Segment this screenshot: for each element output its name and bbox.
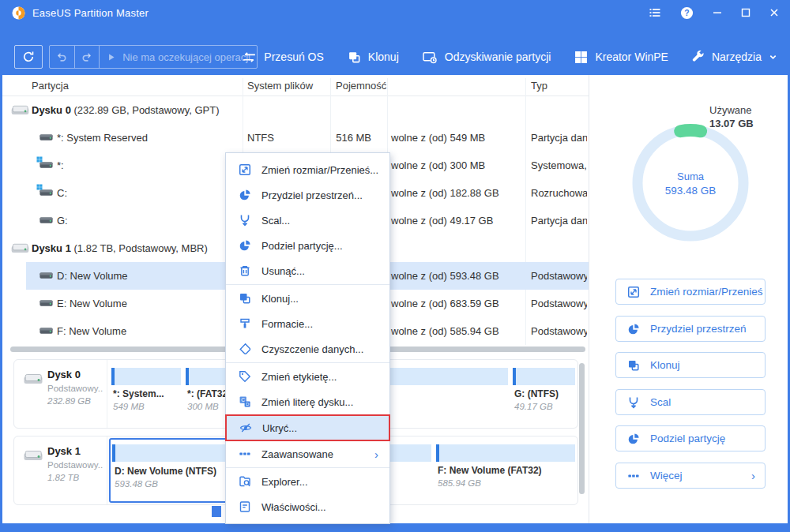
disk-info[interactable]: Dysk 0 Podstawowy.. 232.89 GB [14,360,107,428]
explorer-icon [239,475,251,488]
partition-icon [40,215,53,225]
total-space-label: Suma 593.48 GB [643,170,738,198]
format-icon [239,317,251,330]
redo-button[interactable] [74,46,99,68]
column-filesystem: System plików [247,75,313,96]
resize-move-button[interactable]: Zmień rozmiar/Przenieś [615,279,766,305]
menu-item-przydziel-przestrzen[interactable]: Przydziel przestrzeń... [226,182,389,208]
menu-item-formacie[interactable]: Formacie... [226,311,389,336]
clone-icon [627,359,640,372]
vertical-scrollbar[interactable] [579,363,585,494]
tools-icon [692,51,705,63]
column-capacity: Pojemność [336,75,386,96]
content-area: Partycja System plików Pojemność Typ Dys… [2,75,788,523]
move-os-button[interactable]: Przesuń OS [242,51,323,63]
hide-eye-icon [239,421,252,434]
context-menu: Zmień rozmiar/Przenieś... Przydziel prze… [225,152,390,524]
partition-block[interactable]: F: New Volume (FAT32) 585.94 GB [436,439,575,502]
disk-list-page-indicator[interactable] [212,506,221,517]
clone-icon [239,292,251,305]
undo-icon [55,51,68,63]
partition-block[interactable]: *: System... 549 MB [111,362,181,425]
chevron-down-icon [769,53,777,62]
play-icon [106,52,116,62]
menu-item-klonuj[interactable]: Klonuj... [226,286,389,311]
partition-icon [40,298,53,308]
menu-item-czyszczenie-danych[interactable]: Czyszczenie danych... [226,336,389,362]
menu-item-scal[interactable]: Scal... [226,208,389,233]
merge-icon [239,214,251,227]
maximize-button[interactable] [741,8,750,17]
submenu-chevron-right-icon: › [374,448,378,460]
redo-icon [81,51,93,63]
used-space-label: Używane 13.07 GB [709,103,754,130]
table-header: Partycja System plików Pojemność Typ [2,75,589,96]
allocate-space-button[interactable]: Przydziel przestrzeń [615,316,766,342]
clone-button-side[interactable]: Klonuj [615,352,766,378]
move-os-icon [242,51,257,63]
merge-button[interactable]: Scal [615,389,766,415]
tools-label: Narzędzia [712,51,762,63]
toolbar: Nie ma oczekującej operacji Przesuń OS K… [0,25,790,75]
label-tag-icon [239,370,251,383]
refresh-button[interactable] [14,45,43,69]
menu-item-wlasciwosci[interactable]: Właściwości... [226,494,389,519]
partition-usage-bar [436,444,575,462]
menu-item-explorer[interactable]: Explorer... [226,469,389,494]
disk-icon [24,448,43,462]
partition-recovery-label: Odzyskiwanie partycji [445,51,551,63]
clone-button[interactable]: Klonuj [348,51,399,64]
wipe-icon [239,343,251,355]
split-partition-button[interactable]: Podziel partycję [615,425,766,451]
column-partition: Partycja [32,75,69,96]
tools-menu-button[interactable]: Narzędzia [692,51,777,63]
split-pie-icon [239,239,251,252]
refresh-icon [22,51,35,63]
winpe-icon [574,51,588,64]
table-row[interactable]: *: System Reserved NTFS 516 MB wolne z (… [2,124,589,152]
column-type: Typ [531,75,547,96]
operation-list-icon[interactable] [649,6,661,19]
clone-label: Klonuj [368,51,399,63]
help-icon[interactable] [680,6,694,20]
allocate-pie-icon [627,323,640,335]
menu-item-zmien-rozmiar[interactable]: Zmień rozmiar/Przenieś... [226,157,389,182]
menu-item-zmien-litere-dysku[interactable]: Zmień literę dysku... [226,389,389,414]
move-os-label: Przesuń OS [264,51,323,63]
sidebar: Używane 13.07 GB Suma 593.48 GB Zmień ro… [589,75,788,523]
partition-usage-bar [513,368,575,385]
resize-icon [239,163,251,176]
winpe-label: Kreator WinPE [595,51,668,63]
menu-item-usunac[interactable]: Usunąć... [226,258,389,283]
disk-icon [24,372,43,385]
menu-item-podziel-partycje[interactable]: Podziel partycję... [226,233,389,258]
drive-letter-icon [239,395,251,408]
windows-system-icon [36,156,43,163]
window-title: EaseUS Partition Master [32,7,149,19]
winpe-creator-button[interactable]: Kreator WinPE [574,51,668,64]
disk-icon [11,103,29,116]
more-button[interactable]: Więcej › [615,463,766,489]
menu-item-zmien-etykiete[interactable]: Zmień etykietę... [226,364,389,389]
more-dots-icon [627,470,640,482]
clone-icon [348,51,361,64]
disk-icon [11,242,29,254]
split-pie-icon [627,433,640,445]
menu-item-ukryc[interactable]: Ukryć... [225,414,390,441]
partition-usage-bar [111,368,181,385]
table-row[interactable]: Dysku 0 (232.89 GB, Podstawowy, GPT) [2,96,589,124]
pending-operations-button[interactable]: Nie ma oczekującej operacji [99,46,257,68]
partition-recovery-button[interactable]: Odzyskiwanie partycji [423,51,551,64]
partition-icon [40,132,53,142]
more-dots-icon [239,448,251,460]
properties-icon [239,500,251,513]
windows-system-icon [36,184,43,190]
menu-divider [226,284,389,285]
close-button[interactable] [769,8,779,17]
minimize-button[interactable] [713,8,722,17]
disk-info[interactable]: Dysk 1 Podstawowy.. 1.82 TB [14,436,107,504]
menu-divider [226,362,389,363]
partition-block[interactable]: G: (NTFS) 49.17 GB [513,362,575,425]
menu-item-zaawansowane[interactable]: Zaawansowane› [226,441,389,466]
undo-button[interactable] [50,46,74,68]
